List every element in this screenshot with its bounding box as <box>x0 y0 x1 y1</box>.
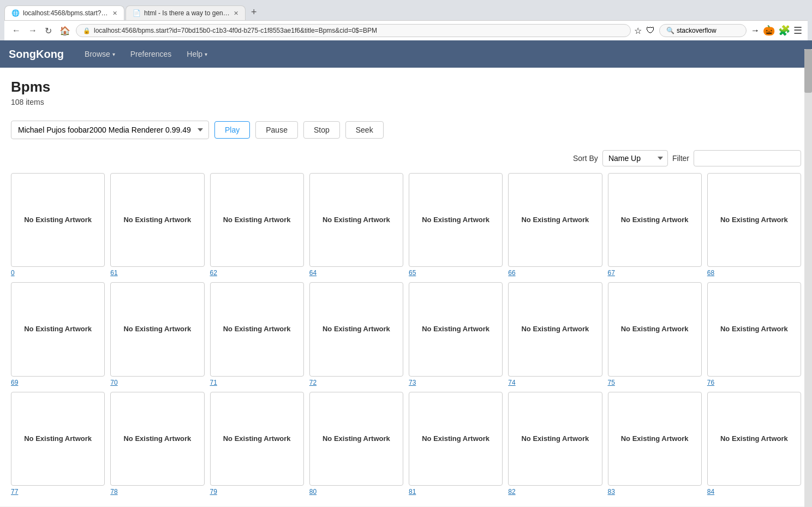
grid-item-label-64[interactable]: 64 <box>309 269 317 277</box>
artwork-card-80[interactable]: No Existing Artwork <box>309 392 403 486</box>
hamburger-menu[interactable]: ☰ <box>793 25 802 37</box>
forward-button[interactable]: → <box>26 25 39 37</box>
grid-item-label-0[interactable]: 0 <box>11 269 15 277</box>
tab-close-2[interactable]: ✕ <box>234 10 238 17</box>
grid-item-76: No Existing Artwork76 <box>707 282 801 386</box>
seek-button[interactable]: Seek <box>345 121 384 139</box>
tab-close-1[interactable]: ✕ <box>112 10 117 17</box>
profile-icon[interactable]: 🎃 <box>763 25 775 37</box>
artwork-card-66[interactable]: No Existing Artwork <box>508 173 602 267</box>
artwork-card-0[interactable]: No Existing Artwork <box>11 173 105 267</box>
artwork-card-77[interactable]: No Existing Artwork <box>11 392 105 486</box>
artwork-card-67[interactable]: No Existing Artwork <box>608 173 702 267</box>
search-bar[interactable]: 🔍 stackoverflow <box>659 24 747 37</box>
artwork-card-text: No Existing Artwork <box>416 210 495 230</box>
app-brand: SongKong <box>9 48 64 61</box>
grid-item-label-79[interactable]: 79 <box>210 488 217 496</box>
new-tab-button[interactable]: + <box>247 4 261 20</box>
renderer-select[interactable]: Michael Pujos foobar2000 Media Renderer … <box>11 121 209 139</box>
controls-row: Michael Pujos foobar2000 Media Renderer … <box>0 112 812 148</box>
tab-favicon: 🌐 <box>11 9 20 17</box>
artwork-card-69[interactable]: No Existing Artwork <box>11 282 105 376</box>
artwork-card-83[interactable]: No Existing Artwork <box>608 392 702 486</box>
artwork-card-70[interactable]: No Existing Artwork <box>110 282 204 376</box>
artwork-card-64[interactable]: No Existing Artwork <box>309 173 403 267</box>
grid-item-label-71[interactable]: 71 <box>210 379 217 386</box>
artwork-card-text: No Existing Artwork <box>118 428 196 449</box>
grid-item-70: No Existing Artwork70 <box>110 282 204 386</box>
artwork-grid: No Existing Artwork0No Existing Artwork6… <box>0 173 812 506</box>
artwork-card-text: No Existing Artwork <box>715 319 793 339</box>
grid-item-label-72[interactable]: 72 <box>309 379 317 386</box>
filter-input[interactable] <box>694 150 801 166</box>
address-bar[interactable]: 🔒 localhost:4568/bpms.start?id=70bd15b0-… <box>76 24 631 37</box>
back-button[interactable]: ← <box>10 25 23 37</box>
artwork-card-76[interactable]: No Existing Artwork <box>707 282 801 376</box>
grid-item-label-82[interactable]: 82 <box>508 488 515 496</box>
artwork-card-82[interactable]: No Existing Artwork <box>508 392 602 486</box>
grid-item-label-61[interactable]: 61 <box>110 269 117 277</box>
sort-select[interactable]: Name Up Name Down BPM Up BPM Down <box>602 150 668 166</box>
artwork-card-text: No Existing Artwork <box>118 210 196 230</box>
grid-item-label-69[interactable]: 69 <box>11 379 18 386</box>
grid-item-label-74[interactable]: 74 <box>508 379 515 386</box>
grid-item-label-84[interactable]: 84 <box>707 488 714 496</box>
artwork-card-78[interactable]: No Existing Artwork <box>110 392 204 486</box>
grid-item-label-80[interactable]: 80 <box>309 488 317 496</box>
home-button[interactable]: 🏠 <box>57 25 73 37</box>
artwork-card-text: No Existing Artwork <box>19 210 97 230</box>
scrollbar-track[interactable] <box>804 49 812 506</box>
grid-item-label-75[interactable]: 75 <box>608 379 615 386</box>
grid-item-label-65[interactable]: 65 <box>409 269 416 277</box>
grid-item-81: No Existing Artwork81 <box>409 392 503 496</box>
help-caret: ▾ <box>205 51 207 57</box>
grid-item-label-83[interactable]: 83 <box>608 488 615 496</box>
grid-item-77: No Existing Artwork77 <box>11 392 105 496</box>
grid-item-label-78[interactable]: 78 <box>110 488 117 496</box>
artwork-card-74[interactable]: No Existing Artwork <box>508 282 602 376</box>
artwork-card-81[interactable]: No Existing Artwork <box>409 392 503 486</box>
artwork-card-text: No Existing Artwork <box>118 319 196 339</box>
play-button[interactable]: Play <box>214 121 250 139</box>
pocket-icon[interactable]: 🛡 <box>646 26 655 35</box>
artwork-card-75[interactable]: No Existing Artwork <box>608 282 702 376</box>
grid-item-67: No Existing Artwork67 <box>608 173 702 277</box>
artwork-card-73[interactable]: No Existing Artwork <box>409 282 503 376</box>
grid-item-label-70[interactable]: 70 <box>110 379 117 386</box>
grid-item-label-76[interactable]: 76 <box>707 379 714 386</box>
artwork-card-61[interactable]: No Existing Artwork <box>110 173 204 267</box>
artwork-card-65[interactable]: No Existing Artwork <box>409 173 503 267</box>
tab-2[interactable]: 📄 html - Is there a way to generat... ✕ <box>126 5 246 20</box>
extensions-icon[interactable]: 🧩 <box>778 25 790 37</box>
artwork-card-84[interactable]: No Existing Artwork <box>707 392 801 486</box>
bookmark-icon[interactable]: ☆ <box>634 26 642 36</box>
preferences-menu[interactable]: Preferences <box>123 42 179 66</box>
artwork-card-text: No Existing Artwork <box>516 319 594 339</box>
artwork-card-text: No Existing Artwork <box>516 210 594 230</box>
tab-1[interactable]: 🌐 localhost:4568/bpms.start?id=70bd ✕ <box>4 5 124 20</box>
artwork-card-79[interactable]: No Existing Artwork <box>210 392 304 486</box>
grid-item-label-66[interactable]: 66 <box>508 269 515 277</box>
grid-item-label-68[interactable]: 68 <box>707 269 714 277</box>
grid-item-label-67[interactable]: 67 <box>608 269 615 277</box>
artwork-card-62[interactable]: No Existing Artwork <box>210 173 304 267</box>
grid-item-73: No Existing Artwork73 <box>409 282 503 386</box>
navigate-button[interactable]: → <box>751 26 760 35</box>
pause-button[interactable]: Pause <box>255 121 298 139</box>
grid-item-74: No Existing Artwork74 <box>508 282 602 386</box>
reload-button[interactable]: ↻ <box>43 25 54 37</box>
grid-item-label-77[interactable]: 77 <box>11 488 18 496</box>
stop-button[interactable]: Stop <box>303 121 340 139</box>
artwork-card-71[interactable]: No Existing Artwork <box>210 282 304 376</box>
browse-menu[interactable]: Browse ▾ <box>77 42 123 66</box>
grid-item-label-73[interactable]: 73 <box>409 379 416 386</box>
scrollbar-thumb[interactable] <box>804 49 812 93</box>
artwork-card-72[interactable]: No Existing Artwork <box>309 282 403 376</box>
artwork-card-68[interactable]: No Existing Artwork <box>707 173 801 267</box>
search-icon: 🔍 <box>666 27 674 34</box>
grid-item-label-81[interactable]: 81 <box>409 488 416 496</box>
artwork-card-text: No Existing Artwork <box>317 428 396 449</box>
sort-filter-row: Sort By Name Up Name Down BPM Up BPM Dow… <box>0 148 812 173</box>
grid-item-label-62[interactable]: 62 <box>210 269 217 277</box>
help-menu[interactable]: Help ▾ <box>179 42 215 66</box>
